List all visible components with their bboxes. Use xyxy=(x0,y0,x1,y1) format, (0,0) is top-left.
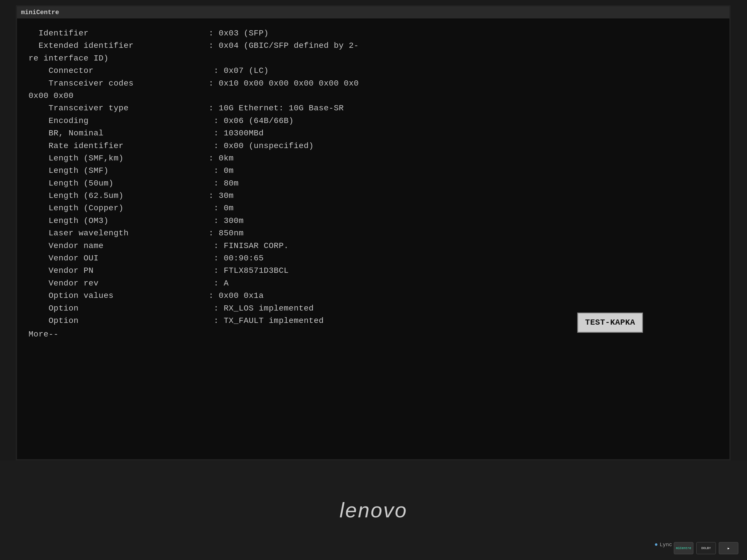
value-transceiver-type: : 10G Ethernet: 10G Base-SR xyxy=(209,102,344,114)
value-identifier: : 0x03 (SFP) xyxy=(209,27,268,39)
lenovo-logo: lenovo xyxy=(339,498,408,522)
taskbar-icons: ● Lync miCentre DOLBY ▶ xyxy=(674,542,738,554)
dolby-icon: DOLBY xyxy=(696,542,716,554)
label-length-smf: Length (SMF) xyxy=(28,164,213,177)
label-option-1: Option xyxy=(28,302,213,315)
value-encoding: : 0x06 (64B/66B) xyxy=(213,115,294,127)
label-length-50um: Length (50um) xyxy=(28,177,213,190)
value-laser-wavelength: : 850nm xyxy=(209,227,244,239)
label-rate-id: Rate identifier xyxy=(28,140,213,152)
value-length-smf-km: : 0km xyxy=(209,152,234,164)
label-re-interface: re interface ID) xyxy=(28,52,178,64)
micentre-label: miCentre xyxy=(676,546,691,550)
line-vendor-rev: Vendor rev : A xyxy=(28,277,718,290)
line-length-om3: Length (OM3) : 300m xyxy=(28,215,718,227)
line-encoding: Encoding : 0x06 (64B/66B) xyxy=(28,115,718,127)
value-option-values: : 0x00 0x1a xyxy=(209,290,264,302)
value-transceiver-codes: : 0x10 0x00 0x00 0x00 0x00 0x0 xyxy=(209,77,359,89)
label-option-values: Option values xyxy=(28,290,209,302)
value-rate-id: : 0x00 (unspecified) xyxy=(213,140,313,152)
label-vendor-oui: Vendor OUI xyxy=(28,252,213,264)
value-length-om3: : 300m xyxy=(213,215,243,227)
terminal: Identifier : 0x03 (SFP) Extended identif… xyxy=(17,19,729,459)
line-connector: Connector : 0x07 (LC) xyxy=(28,64,718,77)
value-length-copper: : 0m xyxy=(213,202,233,214)
label-length-smf-km: Length (SMF,km) xyxy=(28,152,209,164)
label-length-625um: Length (62.5um) xyxy=(28,190,209,202)
value-vendor-name: : FINISAR CORP. xyxy=(213,240,288,252)
extra-icon-label: ▶ xyxy=(728,546,730,550)
line-length-625um: Length (62.5um) : 30m xyxy=(28,190,718,202)
label-length-copper: Length (Copper) xyxy=(28,202,213,214)
dolby-label: DOLBY xyxy=(701,546,711,550)
title-bar: miniCentre xyxy=(17,6,729,19)
line-length-smf-km: Length (SMF,km) : 0km xyxy=(28,152,718,164)
line-rate-id: Rate identifier : 0x00 (unspecified) xyxy=(28,140,718,152)
label-transceiver-type: Transceiver type xyxy=(28,102,209,114)
label-vendor-name: Vendor name xyxy=(28,240,213,252)
bottom-bezel: lenovo xyxy=(0,460,747,560)
label-vendor-pn: Vendor PN xyxy=(28,264,213,277)
value-vendor-oui: : 00:90:65 xyxy=(213,252,264,264)
label-hex-continuation: 0x00 0x00 xyxy=(28,89,178,102)
tooltip-popup: TEST-KAPKA xyxy=(577,313,643,332)
title-bar-text: miniCentre xyxy=(21,9,59,16)
value-option-1: : RX_LOS implemented xyxy=(213,302,313,315)
value-br-nominal: : 10300MBd xyxy=(213,127,264,139)
line-vendor-name: Vendor name : FINISAR CORP. xyxy=(28,240,718,252)
line-vendor-oui: Vendor OUI : 00:90:65 xyxy=(28,252,718,264)
laptop-body: miniCentre Identifier : 0x03 (SFP) Exten… xyxy=(0,0,747,560)
line-extended-id: Extended identifier : 0x04 (GBIC/SFP def… xyxy=(28,39,718,52)
label-option-2: Option xyxy=(28,315,213,327)
line-transceiver-codes: Transceiver codes : 0x10 0x00 0x00 0x00 … xyxy=(28,77,718,89)
line-option-values: Option values : 0x00 0x1a xyxy=(28,290,718,302)
label-length-om3: Length (OM3) xyxy=(28,215,213,227)
line-re-interface: re interface ID) xyxy=(28,52,718,64)
label-transceiver-codes: Transceiver codes xyxy=(28,77,209,89)
value-vendor-rev: : A xyxy=(213,277,229,290)
label-identifier: Identifier xyxy=(28,27,209,39)
value-vendor-pn: : FTLX8571D3BCL xyxy=(213,264,288,277)
line-length-smf: Length (SMF) : 0m xyxy=(28,164,718,177)
lync-label: Lync xyxy=(660,542,672,548)
value-connector: : 0x07 (LC) xyxy=(213,64,268,77)
line-transceiver-type: Transceiver type : 10G Ethernet: 10G Bas… xyxy=(28,102,718,114)
line-length-50um: Length (50um) : 80m xyxy=(28,177,718,190)
value-length-smf: : 0m xyxy=(213,164,233,177)
terminal-content: Identifier : 0x03 (SFP) Extended identif… xyxy=(28,27,718,341)
lync-icon: ● xyxy=(654,541,658,548)
value-length-50um: : 80m xyxy=(213,177,239,190)
value-extended-id: : 0x04 (GBIC/SFP defined by 2- xyxy=(209,39,359,52)
label-br-nominal: BR, Nominal xyxy=(28,127,213,139)
label-encoding: Encoding xyxy=(28,115,213,127)
label-extended-id: Extended identifier xyxy=(28,39,209,52)
value-option-2: : TX_FAULT implemented xyxy=(213,315,324,327)
line-vendor-pn: Vendor PN : FTLX8571D3BCL xyxy=(28,264,718,277)
line-laser-wavelength: Laser wavelength : 850nm xyxy=(28,227,718,239)
lync-icon-area: ● Lync xyxy=(654,541,672,548)
micentre-icon: miCentre xyxy=(674,542,693,554)
screen: miniCentre Identifier : 0x03 (SFP) Exten… xyxy=(16,5,730,460)
label-vendor-rev: Vendor rev xyxy=(28,277,213,290)
line-hex-continuation: 0x00 0x00 xyxy=(28,89,718,102)
label-connector: Connector xyxy=(28,64,213,77)
line-br-nominal: BR, Nominal : 10300MBd xyxy=(28,127,718,139)
value-length-625um: : 30m xyxy=(209,190,234,202)
line-length-copper: Length (Copper) : 0m xyxy=(28,202,718,214)
extra-icon: ▶ xyxy=(719,542,738,554)
label-laser-wavelength: Laser wavelength xyxy=(28,227,209,239)
line-identifier: Identifier : 0x03 (SFP) xyxy=(28,27,718,39)
